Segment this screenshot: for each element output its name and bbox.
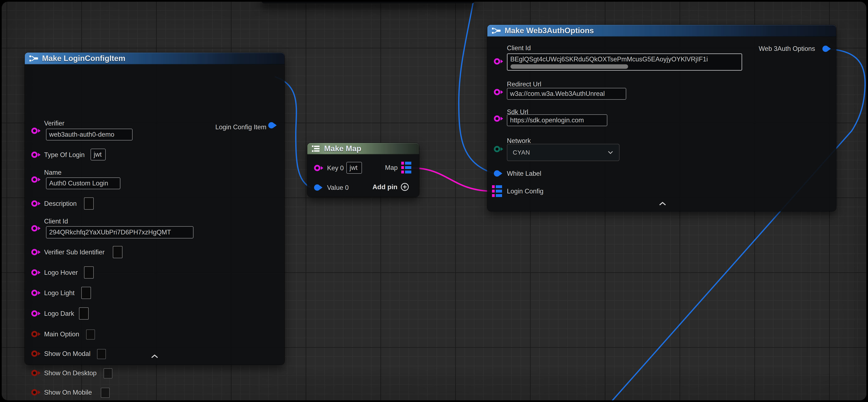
pin-web3auth-options-output[interactable] [823,46,829,52]
add-pin-button[interactable]: Add pin [372,182,409,191]
pin-label-login-config: Login Config [507,188,544,195]
pin-label-white-label: White Label [507,170,541,177]
pin-map-output[interactable] [401,162,411,173]
pin-logo-light[interactable] [31,290,38,296]
add-pin-label: Add pin [372,183,398,191]
pin-description[interactable] [31,200,38,207]
pin-show-on-mobile[interactable] [31,389,38,396]
pin-client-id[interactable] [494,58,500,64]
pin-label-show-on-modal: Show On Modal [44,350,91,357]
collapse-node-chevron-icon[interactable] [658,201,667,206]
pin-label-redirect-url: Redirect Url [507,81,541,88]
pin-label-client-id: Client Id [44,218,68,225]
pin-show-on-desktop[interactable] [31,370,38,376]
pin-label-logo-light: Logo Light [44,289,74,297]
offscreen-node-top[interactable] [261,2,475,3]
name-input[interactable]: Auth0 Custom Login [46,177,120,189]
pin-login-config[interactable] [492,185,502,197]
type-of-login-input[interactable]: jwt [91,149,106,161]
network-dropdown[interactable]: CYAN [507,144,619,161]
pin-name[interactable] [31,176,38,183]
chevron-down-icon [607,150,614,154]
screenshot-frame: Make LoginConfigItem Login Config Item V… [0,0,868,402]
pin-label-web3auth-options: Web 3Auth Options [725,45,815,53]
node-header-make-loginconfigitem[interactable]: Make LoginConfigItem [25,53,284,64]
logo-light-input[interactable] [81,287,91,299]
pin-label-type-of-login: Type Of Login [44,151,85,159]
pin-label-value-0: Value 0 [327,184,349,192]
pin-verifier-sub-identifier[interactable] [31,249,38,255]
pin-client-id[interactable] [31,225,38,231]
pin-label-main-option: Main Option [44,331,79,338]
client-id-input[interactable]: 294QRkchfq2YaXUbPri7D6PH7xzHgQMT [46,226,193,238]
make-container-icon [312,145,321,153]
make-struct-icon [29,54,39,62]
pin-type-of-login[interactable] [31,151,38,158]
pin-value-0[interactable] [314,184,320,191]
pin-label-logo-hover: Logo Hover [44,269,78,277]
pin-white-label[interactable] [494,170,500,177]
pin-login-config-item-output[interactable] [268,122,275,128]
collapse-node-chevron-icon[interactable] [150,354,159,359]
pin-label-login-config-item: Login Config Item [184,123,267,131]
show-on-desktop-checkbox[interactable] [103,368,113,378]
verifier-input[interactable]: web3auth-auth0-demo [46,129,132,140]
wire-map-to-login-config [412,168,492,191]
show-on-modal-checkbox[interactable] [97,349,106,359]
node-header-make-web3authoptions[interactable]: Make Web3AuthOptions [487,25,836,36]
description-input[interactable] [84,197,94,210]
pin-key-0[interactable] [314,165,320,171]
pin-label-network: Network [507,137,531,145]
verifier-sub-identifier-input[interactable] [113,246,122,258]
client-id-horizontal-scrollbar[interactable] [510,64,628,69]
node-make-map[interactable]: Make Map Key 0 jwt Map Value 0 Add pin [307,143,419,197]
pin-label-key-0: Key 0 [327,165,344,172]
node-title: Make Web3AuthOptions [504,26,594,35]
node-make-loginconfigitem[interactable]: Make LoginConfigItem Login Config Item V… [25,53,284,365]
node-title: Make LoginConfigItem [42,54,125,63]
logo-hover-input[interactable] [84,266,94,279]
pin-label-name: Name [44,169,62,176]
pin-sdk-url[interactable] [494,115,500,122]
blueprint-graph-canvas[interactable]: Make LoginConfigItem Login Config Item V… [2,2,866,400]
pin-label-logo-dark: Logo Dark [44,310,74,317]
pin-main-option[interactable] [31,331,38,337]
sdk-url-input[interactable]: https://sdk.openlogin.com [507,114,607,126]
key-0-input[interactable]: jwt [346,162,362,174]
make-struct-icon [492,27,501,35]
logo-dark-input[interactable] [79,307,89,320]
network-selected-value: CYAN [513,149,530,156]
pin-label-description: Description [44,200,77,207]
add-pin-plus-icon [400,182,409,191]
pin-logo-hover[interactable] [31,269,38,276]
node-header-make-map[interactable]: Make Map [307,143,419,154]
pin-show-on-modal[interactable] [31,350,38,357]
pin-label-verifier: Verifier [44,120,64,127]
pin-label-show-on-mobile: Show On Mobile [44,389,92,396]
pin-verifier[interactable] [31,127,38,134]
pin-label-map: Map [370,164,398,172]
show-on-mobile-checkbox[interactable] [101,388,110,398]
pin-redirect-url[interactable] [494,89,500,95]
node-title: Make Map [324,144,361,153]
pin-label-verifier-sub-identifier: Verifier Sub Identifier [44,249,104,256]
redirect-url-input[interactable]: w3a://com.w3a.Web3AuthUnreal [507,88,626,100]
pin-logo-dark[interactable] [31,310,38,317]
pin-label-client-id: Client Id [507,45,531,52]
pin-network[interactable] [494,146,500,152]
node-make-web3authoptions[interactable]: Make Web3AuthOptions Web 3Auth Options C… [487,25,836,211]
pin-label-show-on-desktop: Show On Desktop [44,369,97,377]
main-option-checkbox[interactable] [86,329,95,340]
